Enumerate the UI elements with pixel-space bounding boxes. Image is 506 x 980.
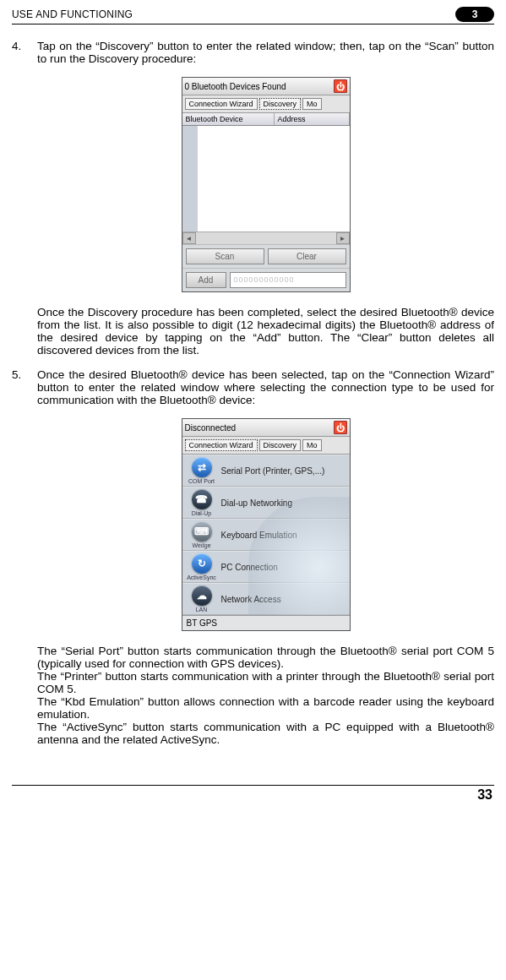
item-label: Serial Port (Printer, GPS,...)	[221, 466, 325, 476]
step-4-number: 4.	[12, 40, 37, 357]
scroll-right-icon[interactable]: ►	[336, 232, 350, 244]
icon-wrap: ⌨ Wedge	[182, 521, 221, 548]
figure1-title-text: 0 Bluetooth Devices Found	[185, 82, 286, 91]
icon-sublabel: ActiveSync	[187, 574, 216, 580]
icon-sublabel: Wedge	[192, 542, 210, 548]
icon-wrap: ⇄ COM Port	[182, 457, 221, 484]
step-5-after: The “Serial Port” button starts communic…	[37, 645, 494, 746]
section-number-pill: 3	[455, 7, 494, 22]
scrollbar-horizontal[interactable]: ◄ ►	[182, 231, 350, 244]
step-4-text: Tap on the “Discovery” button to enter t…	[37, 40, 494, 65]
list-item-keyboard-emulation[interactable]: ⌨ Wedge Keyboard Emulation	[182, 519, 350, 551]
figure1-title-bar: 0 Bluetooth Devices Found ⏻	[182, 78, 350, 95]
step-5: 5. Once the desired Bluetooth® device ha…	[12, 368, 494, 746]
add-address-field[interactable]: 000000000000	[230, 272, 346, 288]
page-number: 33	[12, 787, 492, 803]
step-5-after-4: The “ActiveSync” button starts communica…	[37, 721, 494, 746]
figure-connection-wizard: Disconnected ⏻ Connection Wizard Discove…	[37, 418, 494, 631]
figure1-device-list[interactable]: ◄ ►	[182, 126, 350, 244]
page: USE AND FUNCTIONING 3 4. Tap on the “Dis…	[0, 0, 506, 811]
figure1-tabs: Connection Wizard Discovery Mo	[182, 95, 350, 113]
item-label: PC Connection	[221, 563, 278, 572]
footer-rule	[12, 785, 494, 786]
steps-list: 4. Tap on the “Discovery” button to ente…	[12, 40, 494, 746]
figure2-title-text: Disconnected	[185, 423, 237, 433]
serial-port-icon: ⇄	[192, 457, 212, 477]
step-5-after-1: The “Serial Port” button starts communic…	[37, 645, 494, 670]
item-label: Keyboard Emulation	[221, 531, 297, 540]
tab-connection-wizard[interactable]: Connection Wizard	[185, 98, 258, 110]
figure1-columns: Bluetooth Device Address	[182, 113, 350, 126]
tab-discovery[interactable]: Discovery	[259, 439, 302, 451]
figure-discovery-window: 0 Bluetooth Devices Found ⏻ Connection W…	[182, 77, 351, 292]
step-4-after: Once the Discovery procedure has been co…	[37, 306, 494, 357]
item-label: Network Access	[221, 595, 281, 604]
power-icon[interactable]: ⏻	[334, 421, 347, 434]
dialup-icon: ☎	[192, 489, 212, 509]
figure2-list: ⇄ COM Port Serial Port (Printer, GPS,...…	[182, 455, 350, 615]
clear-button[interactable]: Clear	[268, 248, 346, 264]
col-address[interactable]: Address	[275, 113, 350, 125]
step-4-body: Tap on the “Discovery” button to enter t…	[37, 40, 494, 357]
tab-connection-wizard[interactable]: Connection Wizard	[185, 439, 258, 451]
icon-wrap: ☎ Dial-Up	[182, 489, 221, 516]
col-bluetooth-device[interactable]: Bluetooth Device	[182, 113, 275, 125]
list-item-serial-port[interactable]: ⇄ COM Port Serial Port (Printer, GPS,...…	[182, 455, 350, 487]
icon-sublabel: Dial-Up	[192, 510, 211, 516]
tab-more[interactable]: Mo	[302, 98, 322, 110]
figure-discovery: 0 Bluetooth Devices Found ⏻ Connection W…	[37, 77, 494, 292]
activesync-icon: ↻	[192, 553, 212, 574]
header-title: USE AND FUNCTIONING	[12, 8, 133, 20]
icon-sublabel: LAN	[196, 607, 208, 612]
lan-icon: ☁	[192, 585, 212, 606]
list-gutter	[182, 126, 198, 232]
icon-sublabel: COM Port	[188, 478, 215, 484]
figure2-title-bar: Disconnected ⏻	[182, 419, 350, 437]
scroll-left-icon[interactable]: ◄	[182, 232, 196, 244]
header-rule	[12, 24, 494, 24]
step-4: 4. Tap on the “Discovery” button to ente…	[12, 40, 494, 357]
scan-button[interactable]: Scan	[186, 248, 264, 264]
step-5-after-2: The “Printer” button starts communicatio…	[37, 670, 494, 695]
step-5-number: 5.	[12, 368, 37, 746]
item-label: Dial-up Networking	[221, 498, 292, 508]
add-button[interactable]: Add	[186, 272, 226, 288]
list-item-network-access[interactable]: ☁ LAN Network Access	[182, 583, 350, 615]
list-item-pc-connection[interactable]: ↻ ActiveSync PC Connection	[182, 551, 350, 583]
step-5-body: Once the desired Bluetooth® device has b…	[37, 368, 494, 746]
figure2-footer: BT GPS	[182, 615, 350, 630]
tab-discovery[interactable]: Discovery	[259, 98, 302, 110]
tab-more[interactable]: Mo	[302, 439, 322, 451]
figure-cw-window: Disconnected ⏻ Connection Wizard Discove…	[182, 418, 351, 631]
step-5-after-3: The “Kbd Emulation” button allows connec…	[37, 695, 494, 721]
header: USE AND FUNCTIONING 3	[12, 7, 494, 22]
power-icon[interactable]: ⏻	[334, 79, 347, 93]
keyboard-icon: ⌨	[192, 521, 212, 542]
figure1-add-row: Add 000000000000	[182, 268, 350, 291]
list-item-dialup[interactable]: ☎ Dial-Up Dial-up Networking	[182, 487, 350, 519]
figure1-button-row: Scan Clear	[182, 244, 350, 268]
step-5-text: Once the desired Bluetooth® device has b…	[37, 368, 494, 406]
icon-wrap: ☁ LAN	[182, 585, 221, 612]
icon-wrap: ↻ ActiveSync	[182, 553, 221, 580]
figure2-tabs: Connection Wizard Discovery Mo	[182, 437, 350, 455]
